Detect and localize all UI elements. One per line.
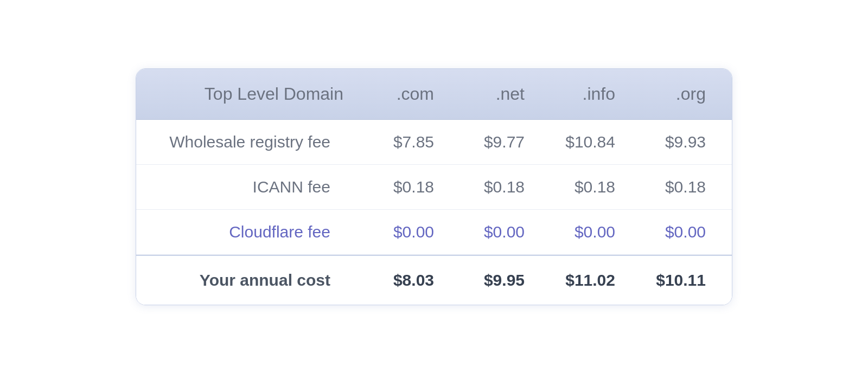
cloudflare-info: $0.00: [525, 223, 615, 241]
header-col-3: .info: [525, 84, 615, 104]
wholesale-net: $9.77: [434, 133, 525, 151]
pricing-table: Top Level Domain .com .net .info .org Wh…: [136, 68, 732, 305]
row-label-cloudflare: Cloudflare fee: [162, 223, 343, 241]
wholesale-org: $9.93: [615, 133, 706, 151]
total-info: $11.02: [525, 271, 615, 290]
icann-info: $0.18: [525, 178, 615, 196]
cloudflare-org: $0.00: [615, 223, 706, 241]
row-label-wholesale: Wholesale registry fee: [162, 133, 343, 151]
icann-org: $0.18: [615, 178, 706, 196]
cloudflare-net: $0.00: [434, 223, 525, 241]
table-footer-row: Your annual cost $8.03 $9.95 $11.02 $10.…: [136, 256, 732, 305]
total-net: $9.95: [434, 271, 525, 290]
row-label-icann: ICANN fee: [162, 178, 343, 196]
table-header: Top Level Domain .com .net .info .org: [136, 69, 732, 120]
header-col-4: .org: [615, 84, 706, 104]
header-col-0: Top Level Domain: [162, 84, 343, 104]
total-com: $8.03: [343, 271, 434, 290]
total-org: $10.11: [615, 271, 706, 290]
table-body: Wholesale registry fee $7.85 $9.77 $10.8…: [136, 120, 732, 305]
row-label-total: Your annual cost: [162, 271, 343, 290]
table-row: ICANN fee $0.18 $0.18 $0.18 $0.18: [136, 165, 732, 210]
cloudflare-com: $0.00: [343, 223, 434, 241]
table-row: Cloudflare fee $0.00 $0.00 $0.00 $0.00: [136, 210, 732, 255]
table-row: Wholesale registry fee $7.85 $9.77 $10.8…: [136, 120, 732, 165]
header-col-2: .net: [434, 84, 525, 104]
icann-com: $0.18: [343, 178, 434, 196]
wholesale-com: $7.85: [343, 133, 434, 151]
wholesale-info: $10.84: [525, 133, 615, 151]
icann-net: $0.18: [434, 178, 525, 196]
header-col-1: .com: [343, 84, 434, 104]
